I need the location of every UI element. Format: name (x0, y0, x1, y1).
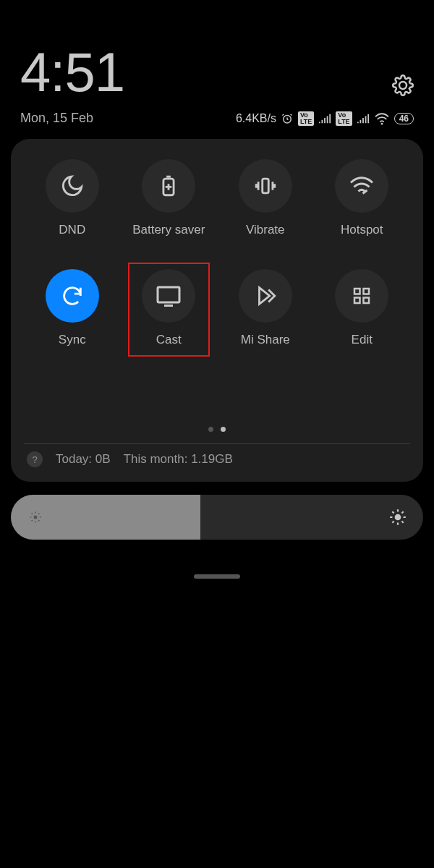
tile-label: Edit (352, 333, 373, 347)
battery-plus-icon (156, 174, 181, 198)
page-indicator (24, 427, 410, 439)
quick-settings-panel: DND Battery saver Vibrate Hotspot (11, 139, 423, 482)
alarm-icon (281, 112, 294, 125)
volte-badge-2: VoLTE (336, 111, 352, 126)
page-dot-active (221, 427, 226, 432)
svg-point-1 (380, 122, 383, 124)
nav-handle[interactable] (194, 574, 240, 579)
tile-label: DND (59, 223, 85, 237)
svg-point-9 (34, 516, 38, 519)
tile-label: Battery saver (132, 223, 205, 237)
data-usage-row[interactable]: ? Today: 0B This month: 1.19GB (24, 451, 410, 472)
tile-cast[interactable]: Cast (121, 269, 218, 347)
wifi-icon (374, 112, 390, 125)
date-label: Mon, 15 Feb (20, 111, 93, 126)
brightness-slider[interactable] (11, 495, 423, 540)
tile-label: Hotspot (341, 223, 383, 237)
tile-mishare[interactable]: Mi Share (217, 269, 314, 347)
tile-edit[interactable]: Edit (314, 269, 411, 347)
mishare-icon (252, 284, 278, 308)
tile-hotspot[interactable]: Hotspot (314, 159, 411, 237)
clock-time: 4:51 (20, 41, 124, 103)
tile-sync[interactable]: Sync (24, 269, 121, 347)
tile-dnd[interactable]: DND (24, 159, 121, 237)
hotspot-icon (349, 175, 375, 197)
svg-point-10 (395, 514, 401, 521)
signal-icon-2 (357, 114, 370, 124)
svg-rect-7 (354, 298, 360, 304)
status-icons: 6.4KB/s VoLTE VoLTE 46 (236, 111, 414, 126)
vibrate-icon (253, 174, 278, 198)
tile-label: Mi Share (241, 333, 290, 347)
usage-month: This month: 1.19GB (124, 452, 233, 467)
tile-label: Cast (156, 333, 182, 347)
settings-button[interactable] (392, 75, 414, 96)
volte-badge-1: VoLTE (298, 111, 314, 126)
svg-rect-4 (158, 287, 179, 302)
cast-icon (156, 285, 182, 307)
sync-icon (60, 284, 85, 308)
signal-icon-1 (318, 114, 331, 124)
svg-rect-8 (364, 298, 370, 304)
svg-rect-3 (263, 179, 269, 193)
usage-today: Today: 0B (56, 452, 111, 467)
divider (24, 443, 410, 444)
brightness-low-icon (28, 510, 43, 524)
svg-rect-5 (354, 289, 360, 294)
tile-vibrate[interactable]: Vibrate (217, 159, 314, 237)
tile-label: Vibrate (246, 223, 285, 237)
svg-rect-6 (364, 289, 370, 294)
tile-battery-saver[interactable]: Battery saver (121, 159, 218, 237)
battery-pill: 46 (394, 113, 414, 124)
network-speed: 6.4KB/s (236, 112, 276, 125)
brightness-high-icon (388, 508, 407, 527)
tile-label: Sync (59, 333, 86, 347)
page-dot (208, 427, 213, 432)
moon-icon (60, 174, 85, 198)
gear-icon (392, 75, 414, 96)
help-icon: ? (27, 451, 43, 467)
grid-icon (351, 285, 373, 307)
